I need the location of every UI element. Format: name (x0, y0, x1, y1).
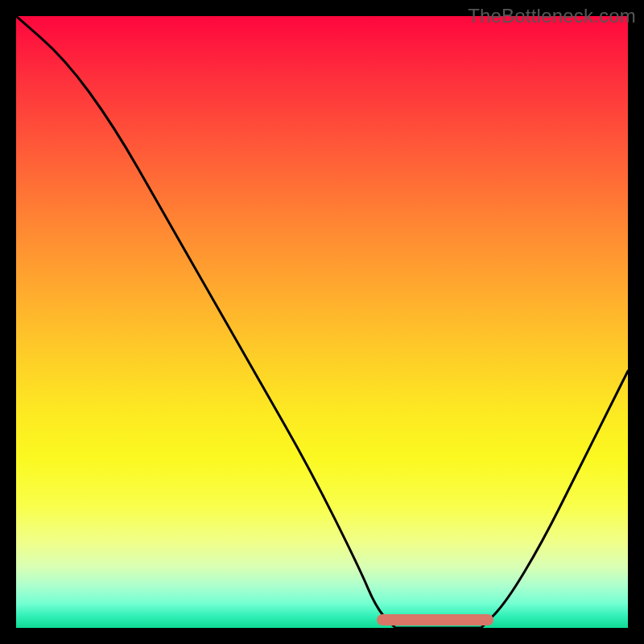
curve-layer (16, 16, 628, 628)
plot-area (16, 16, 628, 628)
bottleneck-curve (16, 16, 628, 628)
flat-minimum-segment (377, 614, 493, 625)
chart-frame: TheBottleneck.com (0, 0, 644, 644)
watermark-text: TheBottleneck.com (468, 5, 636, 27)
